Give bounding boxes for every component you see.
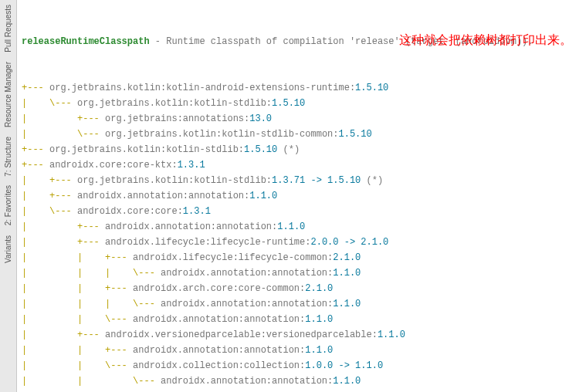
dependency-line: | +--- androidx.annotation:annotation:1.… xyxy=(22,188,564,204)
dependency-line: | \--- androidx.core:core:1.3.1 xyxy=(22,204,564,219)
classpath-name: releaseRuntimeClasspath xyxy=(22,36,150,47)
dependency-line: | | \--- androidx.annotation:annotation:… xyxy=(22,312,564,327)
dependency-line: | | | \--- androidx.annotation:annotatio… xyxy=(22,265,564,281)
dependency-line: | | +--- androidx.arch.core:core-common:… xyxy=(22,281,564,296)
side-tab-variants[interactable]: Variants xyxy=(2,231,14,268)
dependency-line: | +--- org.jetbrains:annotations:13.0 xyxy=(22,111,564,127)
dependency-line: | | +--- androidx.lifecycle:lifecycle-co… xyxy=(22,250,564,265)
dependency-line: | +--- androidx.annotation:annotation:1.… xyxy=(22,219,564,235)
dependency-line: | | +--- androidx.annotation:annotation:… xyxy=(22,343,564,358)
dependency-line: | \--- org.jetbrains.kotlin:kotlin-stdli… xyxy=(22,127,564,142)
dependency-line: | +--- androidx.lifecycle:lifecycle-runt… xyxy=(22,235,564,250)
dependency-line: | | \--- androidx.annotation:annotation:… xyxy=(22,373,564,389)
annotation-note: 这种就会把依赖树都打印出来。也就是三方库又依赖了其他的依赖库 xyxy=(399,31,554,49)
dependency-line: +--- org.jetbrains.kotlin:kotlin-stdlib:… xyxy=(22,142,564,157)
dependency-tree: +--- org.jetbrains.kotlin:kotlin-android… xyxy=(22,80,564,392)
dependency-line: | | \--- androidx.collection:collection:… xyxy=(22,358,564,373)
side-tab-favorites[interactable]: 2: Favorites xyxy=(2,181,14,230)
side-tab-structure[interactable]: 7: Structure xyxy=(2,132,14,181)
dependency-line: +--- org.jetbrains.kotlin:kotlin-android… xyxy=(22,80,564,96)
dependency-line: +--- androidx.core:core-ktx:1.3.1 xyxy=(22,157,564,173)
dependency-line: | \--- org.jetbrains.kotlin:kotlin-stdli… xyxy=(22,96,564,111)
dependency-line: | +--- androidx.versionedparcelable:vers… xyxy=(22,327,564,343)
dependency-line: | | | \--- androidx.annotation:annotatio… xyxy=(22,296,564,312)
side-tab-pull-requests[interactable]: Pull Requests xyxy=(2,0,14,57)
console-output: releaseRuntimeClasspath - Runtime classp… xyxy=(17,0,569,392)
dependency-line: | \--- androidx.collection:collection:1.… xyxy=(22,389,564,392)
dependency-line: | +--- org.jetbrains.kotlin:kotlin-stdli… xyxy=(22,173,564,188)
sidebar: Pull Requests Resource Manager 7: Struct… xyxy=(0,0,17,392)
side-tab-resource-manager[interactable]: Resource Manager xyxy=(2,57,14,132)
